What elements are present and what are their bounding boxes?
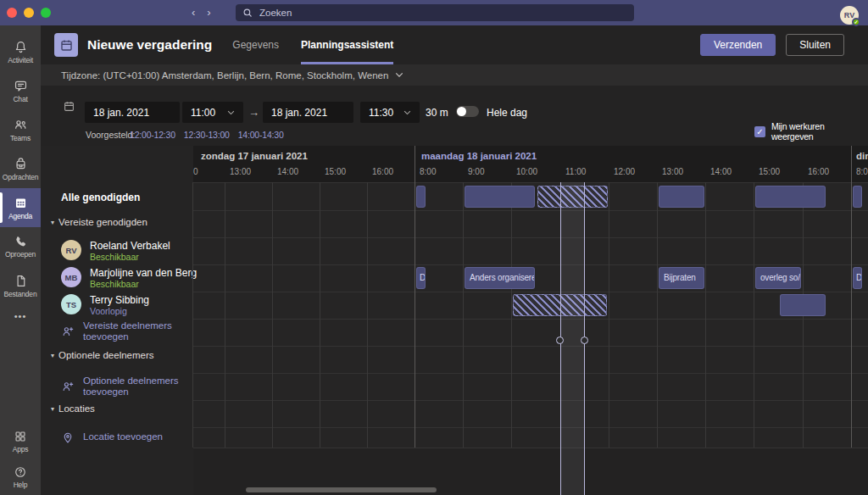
calendar-event[interactable]: Bijpraten: [659, 267, 704, 289]
gridline: [193, 264, 868, 265]
add-attendee-link[interactable]: Optionele deelnemers toevoegen: [61, 375, 183, 398]
minimize-window-button[interactable]: [24, 8, 34, 18]
time-tick-label: 14:00: [277, 167, 298, 176]
file-icon: [14, 274, 28, 288]
app-rail: ActiviteitChatTeamsOpdrachtenAgendaOproe…: [0, 25, 41, 495]
forward-icon[interactable]: ›: [207, 6, 210, 19]
timezone-selector[interactable]: Tijdzone: (UTC+01:00) Amsterdam, Berlijn…: [41, 64, 868, 86]
selection-end-handle[interactable]: [581, 336, 588, 344]
search-input[interactable]: [258, 7, 627, 19]
gridline: [754, 182, 754, 448]
timezone-label: Tijdzone: (UTC+01:00) Amsterdam, Berlijn…: [61, 70, 388, 81]
section-header-vereist[interactable]: ▾Vereiste genodigden: [51, 217, 147, 227]
all-day-toggle[interactable]: [456, 106, 479, 117]
end-date-field[interactable]: 18 jan. 2021: [263, 102, 353, 123]
maximize-window-button[interactable]: [41, 8, 51, 18]
sidebar-item-help[interactable]: Help: [0, 459, 41, 495]
end-time-field[interactable]: 11:30: [360, 102, 420, 123]
sidebar-item-label: Oproepen: [5, 250, 36, 259]
start-time-field[interactable]: 11:00: [182, 102, 243, 123]
sidebar-item-bestanden[interactable]: Bestanden: [0, 266, 41, 305]
sidebar-item-agenda[interactable]: Agenda: [0, 188, 41, 227]
work-hours-checkbox[interactable]: ✓: [754, 126, 765, 137]
day-separator: [851, 146, 852, 448]
sidebar-item-label: Opdrachten: [3, 173, 38, 181]
chevron-down-icon: [403, 110, 411, 115]
section-header-locaties[interactable]: ▾Locaties: [51, 403, 95, 414]
add-attendee-link[interactable]: Vereiste deelnemers toevoegen: [61, 320, 183, 342]
suggested-time-link[interactable]: 12:30-13:00: [184, 130, 230, 140]
attendee-row[interactable]: TSTerry SibbingVoorlopig: [61, 294, 188, 316]
section-title: Vereiste genodigden: [58, 217, 147, 227]
attendee-name: Terry Sibbing: [90, 294, 149, 306]
gridline: [367, 182, 368, 448]
gridline: [193, 319, 868, 320]
day-header-label: maandag 18 januari 2021: [421, 151, 537, 161]
start-date-field[interactable]: 18 jan. 2021: [85, 102, 180, 123]
start-time-value: 11:00: [191, 107, 215, 119]
time-tick-label: 13:00: [662, 167, 683, 176]
calendar-event[interactable]: [416, 186, 426, 208]
attendee-status: Voorlopig: [90, 306, 127, 316]
avatar[interactable]: RV ✓: [840, 6, 859, 25]
teams-window: ‹ › RV ✓ ActiviteitChatTeamsOpdrachtenAg…: [0, 0, 868, 495]
chat-icon: [14, 79, 28, 93]
close-button[interactable]: Sluiten: [786, 34, 844, 56]
suggested-time-link[interactable]: 14:00-14:30: [238, 130, 284, 140]
back-icon[interactable]: ‹: [192, 6, 195, 19]
day-separator: [415, 146, 415, 448]
backpack-icon: [14, 157, 28, 171]
send-button[interactable]: Verzenden: [700, 34, 776, 56]
section-title: Optionele deelnemers: [58, 350, 154, 360]
add-link-label: Locatie toevoegen: [83, 431, 183, 445]
sidebar-item-activiteit[interactable]: Activiteit: [0, 32, 41, 71]
selection-start-handle[interactable]: [556, 336, 564, 344]
attendee-name: Marjolijne van den Berg: [90, 267, 197, 279]
calendar-event[interactable]: D: [853, 267, 862, 289]
sidebar-item-apps[interactable]: Apps: [0, 424, 41, 459]
section-header-optioneel[interactable]: ▾Optionele deelnemers: [51, 350, 154, 360]
gridline: [193, 427, 868, 428]
tab-gegevens[interactable]: Gegevens: [232, 25, 279, 64]
search-bar[interactable]: [236, 4, 634, 21]
calendar-event[interactable]: overleg so/st: [755, 267, 801, 289]
tab-planningsassistent[interactable]: Planningsassistent: [301, 25, 393, 64]
history-nav: ‹ ›: [192, 6, 211, 19]
sidebar-item-label: Teams: [10, 134, 31, 142]
gridline: [320, 182, 320, 448]
help-icon: [14, 465, 27, 479]
sidebar-item-chat[interactable]: Chat: [0, 71, 41, 110]
calendar-event[interactable]: Anders organiseren u: [465, 267, 535, 289]
calendar-event[interactable]: [755, 186, 826, 208]
calendar-event[interactable]: D: [416, 267, 426, 289]
window-controls: [7, 8, 51, 18]
attendee-row[interactable]: RVRoeland VerbakelBeschikbaar: [61, 240, 188, 262]
day-header-label: zondag 17 januari 2021: [201, 151, 308, 161]
end-time-value: 11:30: [369, 107, 393, 119]
time-tick-label: 13:00: [230, 167, 251, 176]
horizontal-scrollbar[interactable]: [246, 487, 437, 492]
person-add-icon: [61, 375, 75, 398]
calendar-event[interactable]: [659, 186, 704, 208]
sidebar-more-icon[interactable]: •••: [0, 305, 41, 327]
avatar: TS: [61, 294, 81, 314]
calendar-event[interactable]: [853, 186, 862, 208]
gridline: [463, 182, 464, 448]
gridline: [193, 237, 868, 238]
calendar-event[interactable]: [465, 186, 535, 208]
sidebar-item-label: Chat: [13, 95, 27, 103]
attendee-row[interactable]: MBMarjolijne van den BergBeschikbaar: [61, 267, 188, 289]
sidebar-item-opdrachten[interactable]: Opdrachten: [0, 149, 41, 188]
calendar-event[interactable]: [780, 294, 826, 316]
sidebar-item-oproepen[interactable]: Oproepen: [0, 227, 41, 266]
work-hours-option: ✓ Mijn werkuren weergeven: [754, 121, 868, 142]
close-window-button[interactable]: [7, 8, 17, 18]
time-tick-label: 16:00: [372, 167, 393, 176]
suggested-time-link[interactable]: 12:00-12:30: [130, 130, 175, 140]
add-location-link[interactable]: Locatie toevoegen: [61, 431, 183, 445]
all-day-label: Hele dag: [487, 107, 527, 119]
gridline: [193, 292, 868, 292]
time-tick-label: 12:00: [614, 167, 635, 176]
sidebar-item-teams[interactable]: Teams: [0, 110, 41, 149]
avatar: MB: [61, 267, 81, 287]
